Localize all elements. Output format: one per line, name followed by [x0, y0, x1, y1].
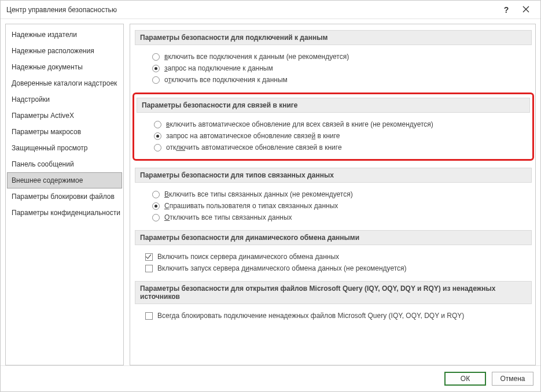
radio-label: запрос на подключение к данным — [164, 64, 273, 72]
checkbox-dde-launch[interactable]: Включить запуск сервера динамического об… — [145, 262, 532, 274]
radio-prompt-links[interactable]: запрос на автоматическое обновление связ… — [154, 130, 530, 142]
radio-disable-connections[interactable]: отключить все подключения к данным — [152, 74, 532, 86]
radio-enable-all-links[interactable]: включить автоматическое обновление для в… — [154, 119, 530, 130]
section-header: Параметры безопасности для открытия файл… — [135, 281, 532, 304]
radio-label: включить все подключения к данным (не ре… — [164, 53, 349, 61]
radio-label: отключить автоматическое обновление связ… — [166, 143, 342, 151]
sidebar-item-activex[interactable]: Параметры ActiveX — [7, 108, 122, 124]
checkbox-icon — [145, 265, 153, 272]
radio-prompt-connections[interactable]: запрос на подключение к данным — [152, 62, 532, 74]
radio-label: включить автоматическое обновление для в… — [166, 120, 433, 128]
radio-label: Включить все типы связанных данных (не р… — [164, 190, 353, 198]
checkbox-group-dde: Включить поиск сервера динамического обм… — [135, 251, 532, 274]
ok-button[interactable]: ОК — [444, 372, 486, 386]
section-header: Параметры безопасности для подключений к… — [135, 30, 532, 45]
radio-icon — [154, 121, 161, 128]
cancel-button[interactable]: Отмена — [492, 372, 533, 386]
checkbox-block-msquery[interactable]: Всегда блокировать подключение ненадежны… — [145, 310, 532, 321]
sidebar-item-addins[interactable]: Надстройки — [7, 91, 122, 108]
help-button[interactable]: ? — [496, 2, 516, 18]
checkbox-dde-lookup[interactable]: Включить поиск сервера динамического обм… — [145, 251, 532, 262]
radio-prompt-linked-types[interactable]: Спрашивать пользователя о типах связанны… — [152, 200, 532, 212]
content-pane: Параметры безопасности для подключений к… — [130, 24, 536, 365]
trust-center-dialog: Центр управления безопасностью ? Надежны… — [0, 0, 541, 392]
radio-disable-linked-types[interactable]: Отключить все типы связанных данных — [152, 212, 532, 223]
radio-icon — [152, 214, 160, 221]
checkbox-icon — [145, 312, 153, 320]
checkbox-label: Включить поиск сервера динамического обм… — [157, 253, 339, 261]
close-button[interactable] — [516, 2, 536, 18]
sidebar: Надежные издатели Надежные расположения … — [5, 24, 124, 365]
checkbox-label: Включить запуск сервера динамического об… — [157, 264, 407, 272]
section-dde: Параметры безопасности для динамического… — [135, 230, 532, 274]
checkbox-label: Всегда блокировать подключение ненадежны… — [157, 312, 464, 320]
checkbox-icon — [145, 253, 153, 261]
radio-icon — [152, 53, 160, 61]
radio-group-linked-types: Включить все типы связанных данных (не р… — [135, 188, 532, 223]
radio-icon — [152, 65, 160, 72]
radio-group-workbook-links: включить автоматическое обновление для в… — [137, 119, 530, 153]
radio-icon — [154, 132, 161, 140]
section-msquery: Параметры безопасности для открытия файл… — [135, 281, 532, 321]
radio-enable-all-connections[interactable]: включить все подключения к данным (не ре… — [152, 51, 532, 62]
radio-group-data-connections: включить все подключения к данным (не ре… — [135, 51, 532, 86]
radio-label: запрос на автоматическое обновление связ… — [166, 132, 340, 140]
sidebar-item-macros[interactable]: Параметры макросов — [7, 124, 122, 140]
radio-icon — [152, 76, 160, 84]
radio-enable-all-linked-types[interactable]: Включить все типы связанных данных (не р… — [152, 188, 532, 200]
sidebar-item-trusted-locations[interactable]: Надежные расположения — [7, 43, 122, 59]
section-header: Параметры безопасности для типов связанн… — [135, 168, 532, 183]
radio-disable-links[interactable]: отключить автоматическое обновление связ… — [154, 142, 530, 153]
sidebar-item-file-block[interactable]: Параметры блокировки файлов — [7, 188, 122, 205]
radio-icon — [154, 144, 161, 151]
section-linked-data-types: Параметры безопасности для типов связанн… — [135, 168, 532, 223]
sidebar-item-message-bar[interactable]: Панель сообщений — [7, 156, 122, 172]
radio-label: Отключить все типы связанных данных — [164, 213, 292, 221]
sidebar-item-external-content[interactable]: Внешнее содержимое — [7, 172, 122, 188]
dialog-title: Центр управления безопасностью — [6, 6, 496, 14]
sidebar-item-trusted-publishers[interactable]: Надежные издатели — [7, 27, 122, 43]
sidebar-item-protected-view[interactable]: Защищенный просмотр — [7, 140, 122, 156]
dialog-footer: ОК Отмена — [1, 365, 540, 391]
radio-icon — [152, 202, 160, 210]
close-icon — [522, 5, 529, 14]
section-header: Параметры безопасности для связей в книг… — [137, 98, 530, 113]
radio-label: отключить все подключения к данным — [164, 76, 288, 84]
radio-label: Спрашивать пользователя о типах связанны… — [164, 202, 338, 210]
sidebar-item-trusted-documents[interactable]: Надежные документы — [7, 59, 122, 75]
section-workbook-links: Параметры безопасности для связей в книг… — [133, 93, 534, 161]
section-data-connections: Параметры безопасности для подключений к… — [135, 30, 532, 86]
checkbox-group-msquery: Всегда блокировать подключение ненадежны… — [135, 310, 532, 321]
radio-icon — [152, 191, 160, 198]
sidebar-item-trusted-addin-catalogs[interactable]: Доверенные каталоги надстроек — [7, 75, 122, 91]
titlebar: Центр управления безопасностью ? — [1, 1, 540, 19]
dialog-body: Надежные издатели Надежные расположения … — [1, 19, 540, 365]
section-header: Параметры безопасности для динамического… — [135, 230, 532, 245]
sidebar-item-privacy[interactable]: Параметры конфиденциальности — [7, 205, 122, 221]
